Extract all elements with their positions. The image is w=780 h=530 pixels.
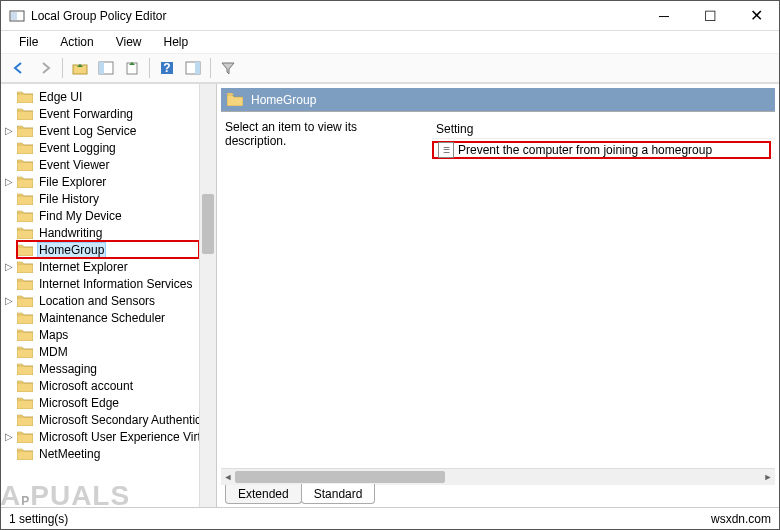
back-arrow-icon[interactable]: [7, 56, 31, 80]
tree-view[interactable]: Edge UIEvent Forwarding▷Event Log Servic…: [1, 84, 199, 507]
tree-item-label: Event Logging: [37, 141, 118, 155]
tree-item-microsoft-secondary-authentication[interactable]: Microsoft Secondary Authentication: [17, 411, 199, 428]
tree-item-label: Find My Device: [37, 209, 124, 223]
title-bar: Local Group Policy Editor ─ ☐ ✕: [1, 1, 779, 31]
menu-help[interactable]: Help: [154, 33, 199, 51]
tree-item-label: Microsoft Secondary Authentication: [37, 413, 199, 427]
window-title: Local Group Policy Editor: [31, 9, 641, 23]
toolbar-separator: [210, 58, 211, 78]
tree-item-microsoft-user-experience-virtualization[interactable]: ▷Microsoft User Experience Virtualizatio…: [17, 428, 199, 445]
expand-icon[interactable]: ▷: [3, 176, 15, 187]
tree-item-label: Event Log Service: [37, 124, 138, 138]
details-pane: HomeGroup Select an item to view its des…: [217, 84, 779, 507]
tree-item-event-forwarding[interactable]: Event Forwarding: [17, 105, 199, 122]
tree-item-label: Microsoft Edge: [37, 396, 121, 410]
tree-item-label: File Explorer: [37, 175, 108, 189]
tree-item-label: Location and Sensors: [37, 294, 157, 308]
details-horizontal-scrollbar[interactable]: ◄ ►: [221, 468, 775, 485]
menu-view[interactable]: View: [106, 33, 152, 51]
svg-rect-5: [99, 62, 104, 74]
svg-rect-2: [18, 12, 23, 20]
tree-item-label: Microsoft User Experience Virtualization: [37, 430, 199, 444]
forward-arrow-icon[interactable]: [33, 56, 57, 80]
tree-item-label: Messaging: [37, 362, 99, 376]
scroll-right-arrow-icon[interactable]: ►: [761, 469, 775, 485]
window-controls: ─ ☐ ✕: [641, 1, 779, 31]
policy-icon: ☰: [438, 142, 454, 158]
content-area: Edge UIEvent Forwarding▷Event Log Servic…: [1, 83, 779, 507]
tree-item-internet-explorer[interactable]: ▷Internet Explorer: [17, 258, 199, 275]
details-body: Select an item to view its description. …: [217, 112, 779, 468]
tree-item-label: Microsoft account: [37, 379, 135, 393]
tab-standard[interactable]: Standard: [301, 484, 376, 504]
toolbar-separator: [149, 58, 150, 78]
tree-item-edge-ui[interactable]: Edge UI: [17, 88, 199, 105]
column-header-setting[interactable]: Setting: [432, 120, 775, 139]
view-tabs: Extended Standard: [221, 485, 775, 507]
window-frame: Local Group Policy Editor ─ ☐ ✕ File Act…: [0, 0, 780, 530]
tree-item-file-explorer[interactable]: ▷File Explorer: [17, 173, 199, 190]
tree-item-microsoft-account[interactable]: Microsoft account: [17, 377, 199, 394]
tree-item-event-logging[interactable]: Event Logging: [17, 139, 199, 156]
tree-item-label: Handwriting: [37, 226, 104, 240]
show-hide-tree-icon[interactable]: [94, 56, 118, 80]
tree-item-label: Event Viewer: [37, 158, 111, 172]
tree-item-label: NetMeeting: [37, 447, 102, 461]
tree-item-maps[interactable]: Maps: [17, 326, 199, 343]
tree-item-microsoft-edge[interactable]: Microsoft Edge: [17, 394, 199, 411]
app-icon: [9, 8, 25, 24]
status-source: wsxdn.com: [711, 512, 771, 526]
tree-item-event-log-service[interactable]: ▷Event Log Service: [17, 122, 199, 139]
tree-item-handwriting[interactable]: Handwriting: [17, 224, 199, 241]
menu-action[interactable]: Action: [50, 33, 103, 51]
minimize-button[interactable]: ─: [641, 1, 687, 31]
tree-item-maintenance-scheduler[interactable]: Maintenance Scheduler: [17, 309, 199, 326]
tree-item-file-history[interactable]: File History: [17, 190, 199, 207]
scrollbar-thumb[interactable]: [235, 471, 445, 483]
filter-icon[interactable]: [216, 56, 240, 80]
setting-label: Prevent the computer from joining a home…: [458, 143, 712, 157]
up-folder-icon[interactable]: [68, 56, 92, 80]
tree-item-label: HomeGroup: [37, 242, 106, 258]
expand-icon[interactable]: ▷: [3, 431, 15, 442]
settings-list-body: ☰Prevent the computer from joining a hom…: [432, 139, 775, 464]
settings-list: Setting ☰Prevent the computer from joini…: [432, 120, 775, 464]
toolbar-separator: [62, 58, 63, 78]
tree-item-location-and-sensors[interactable]: ▷Location and Sensors: [17, 292, 199, 309]
scrollbar-thumb[interactable]: [202, 194, 214, 254]
tree-item-label: File History: [37, 192, 101, 206]
tree-item-find-my-device[interactable]: Find My Device: [17, 207, 199, 224]
toolbar: ?: [1, 53, 779, 83]
tree-item-mdm[interactable]: MDM: [17, 343, 199, 360]
folder-icon: [227, 93, 243, 106]
tree-item-label: Maintenance Scheduler: [37, 311, 167, 325]
tree-item-label: Internet Information Services: [37, 277, 194, 291]
tree-item-messaging[interactable]: Messaging: [17, 360, 199, 377]
status-count: 1 setting(s): [9, 512, 68, 526]
expand-icon[interactable]: ▷: [3, 125, 15, 136]
show-hide-actions-icon[interactable]: [181, 56, 205, 80]
setting-row[interactable]: ☰Prevent the computer from joining a hom…: [432, 141, 771, 159]
close-button[interactable]: ✕: [733, 1, 779, 31]
expand-icon[interactable]: ▷: [3, 261, 15, 272]
tree-item-label: Edge UI: [37, 90, 84, 104]
expand-icon[interactable]: ▷: [3, 295, 15, 306]
scroll-left-arrow-icon[interactable]: ◄: [221, 469, 235, 485]
tree-item-label: Internet Explorer: [37, 260, 130, 274]
tree-item-netmeeting[interactable]: NetMeeting: [17, 445, 199, 462]
tree-pane: Edge UIEvent Forwarding▷Event Log Servic…: [1, 84, 217, 507]
export-icon[interactable]: [120, 56, 144, 80]
tree-item-label: Maps: [37, 328, 70, 342]
menu-bar: File Action View Help: [1, 31, 779, 53]
maximize-button[interactable]: ☐: [687, 1, 733, 31]
tree-item-homegroup[interactable]: HomeGroup: [17, 241, 199, 258]
tab-extended[interactable]: Extended: [225, 485, 302, 504]
svg-rect-10: [195, 62, 200, 74]
menu-file[interactable]: File: [9, 33, 48, 51]
tree-item-event-viewer[interactable]: Event Viewer: [17, 156, 199, 173]
tree-vertical-scrollbar[interactable]: [199, 84, 216, 507]
description-column: Select an item to view its description.: [225, 120, 420, 464]
help-icon[interactable]: ?: [155, 56, 179, 80]
svg-rect-1: [11, 12, 17, 20]
tree-item-internet-information-services[interactable]: Internet Information Services: [17, 275, 199, 292]
